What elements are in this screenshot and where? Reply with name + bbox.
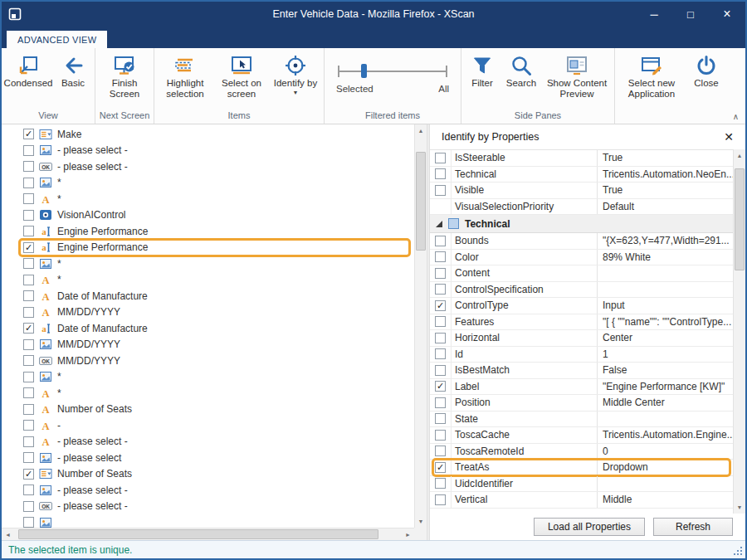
tree-item[interactable]: ✓Number of Seats — [2, 466, 414, 483]
tree-item[interactable]: ANumber of Seats — [2, 402, 414, 418]
property-checkbox[interactable] — [435, 153, 446, 163]
property-value[interactable]: Input — [598, 299, 733, 311]
property-row[interactable]: Content — [430, 265, 733, 282]
identify-by-button[interactable]: Identify by ▼ — [269, 50, 322, 110]
property-value[interactable]: Center — [598, 332, 733, 343]
scroll-thumb[interactable] — [18, 529, 378, 539]
tree-item[interactable]: * — [2, 256, 414, 272]
show-content-preview-button[interactable]: Show Content Preview — [541, 50, 613, 110]
property-value[interactable]: Dropdown — [598, 461, 733, 473]
item-checkbox[interactable] — [23, 193, 34, 204]
slider-handle[interactable] — [361, 64, 367, 78]
tree-item[interactable]: ✓aEngine Performance — [2, 240, 414, 256]
item-checkbox[interactable] — [23, 307, 34, 318]
close-panel-icon[interactable]: ✕ — [720, 129, 737, 145]
property-checkbox[interactable] — [435, 430, 446, 441]
property-row[interactable]: Bounds"{X=623,Y=477,Width=291... — [430, 233, 733, 250]
property-checkbox[interactable] — [435, 268, 446, 279]
property-value[interactable]: True — [598, 152, 733, 163]
item-checkbox[interactable]: ✓ — [23, 242, 34, 253]
scroll-down-icon[interactable]: ▼ — [734, 501, 745, 514]
condensed-button[interactable]: Condensed — [3, 50, 53, 110]
scroll-right-icon[interactable]: ► — [402, 528, 414, 540]
property-row[interactable]: PositionMiddle Center — [430, 395, 733, 411]
tree-item[interactable]: ✓aDate of Manufacture — [2, 320, 414, 337]
filtered-items-slider[interactable] — [336, 63, 449, 80]
item-checkbox[interactable]: ✓ — [23, 323, 34, 334]
search-button[interactable]: Search — [501, 50, 541, 110]
property-checkbox[interactable] — [435, 333, 446, 343]
maximize-button[interactable]: □ — [672, 2, 709, 27]
property-row[interactable]: Features"[ { ""name"": ""ControlType... — [430, 314, 733, 331]
tree-item[interactable]: * — [2, 369, 414, 386]
item-checkbox[interactable] — [23, 436, 34, 447]
scroll-left-icon[interactable]: ◄ — [2, 528, 14, 540]
tree-vertical-scrollbar[interactable]: ▲ ▼ — [414, 124, 427, 528]
tree-item[interactable]: A- please select - — [2, 434, 414, 450]
properties-vertical-scrollbar[interactable]: ▲ ▼ — [733, 149, 745, 514]
item-checkbox[interactable]: ✓ — [23, 129, 34, 139]
tree-item[interactable]: OK- please select - — [2, 499, 414, 515]
property-value[interactable]: "{X=623,Y=477,Width=291... — [598, 235, 733, 246]
tree-item[interactable]: - please select - — [2, 482, 414, 499]
item-checkbox[interactable] — [23, 387, 34, 398]
item-checkbox[interactable] — [23, 372, 34, 382]
property-checkbox[interactable] — [435, 397, 446, 408]
tree-item[interactable]: VisionAIControl — [2, 207, 414, 224]
property-value[interactable]: Middle — [598, 494, 733, 505]
load-all-properties-button[interactable]: Load all Properties — [534, 518, 645, 536]
tree-item[interactable]: * — [2, 175, 414, 192]
property-checkbox[interactable] — [435, 478, 446, 489]
tree-item[interactable]: A- — [2, 417, 414, 434]
minimize-button[interactable]: ─ — [636, 2, 672, 27]
property-checkbox[interactable] — [435, 348, 446, 359]
property-row[interactable]: Color89% White — [430, 250, 733, 266]
property-value[interactable]: Default — [598, 201, 733, 212]
tree-item[interactable]: A* — [2, 272, 414, 289]
property-row[interactable]: HorizontalCenter — [430, 330, 733, 347]
scroll-track[interactable] — [734, 162, 745, 501]
item-checkbox[interactable] — [23, 339, 34, 350]
property-checkbox[interactable] — [435, 168, 446, 179]
property-checkbox[interactable]: ✓ — [435, 462, 446, 473]
property-row[interactable]: ToscaCacheTricentis.Automation.Engine... — [430, 427, 733, 444]
property-checkbox[interactable] — [435, 284, 446, 295]
slider-track[interactable] — [338, 71, 447, 72]
item-checkbox[interactable] — [23, 420, 34, 431]
property-row[interactable]: ControlSpecification — [430, 282, 733, 299]
item-checkbox[interactable]: ✓ — [23, 469, 34, 480]
property-row[interactable]: UidcIdentifier — [430, 476, 733, 493]
tree-item[interactable]: MM/DD/YYYY — [2, 337, 414, 353]
tree-item[interactable]: AMM/DD/YYYY — [2, 304, 414, 321]
item-checkbox[interactable] — [23, 501, 34, 512]
scroll-track[interactable] — [14, 528, 402, 540]
tree-item[interactable]: ADate of Manufacture — [2, 288, 414, 304]
select-new-application-button[interactable]: Select new Application — [617, 50, 686, 110]
property-group-header[interactable]: Technical — [430, 215, 733, 233]
tree-item[interactable]: OKMM/DD/YYYY — [2, 353, 414, 369]
scroll-down-icon[interactable]: ▼ — [415, 515, 427, 528]
tree-horizontal-scrollbar[interactable]: ◄ ► — [2, 528, 414, 540]
property-checkbox[interactable]: ✓ — [435, 381, 446, 392]
property-value[interactable]: Tricentis.Automation.Engine... — [598, 429, 733, 441]
item-checkbox[interactable] — [23, 452, 34, 463]
tree-item[interactable]: - please select — [2, 450, 414, 466]
property-checkbox[interactable] — [435, 365, 446, 376]
item-checkbox[interactable] — [23, 517, 34, 528]
property-value[interactable]: False — [598, 364, 733, 376]
tree-item[interactable]: aEngine Performance — [2, 223, 414, 240]
property-row[interactable]: ✓TreatAsDropdown — [430, 460, 733, 476]
property-checkbox[interactable] — [435, 316, 446, 327]
property-value[interactable]: Middle Center — [598, 397, 733, 408]
item-checkbox[interactable] — [23, 145, 34, 156]
property-row[interactable]: VisibleTrue — [430, 183, 733, 199]
tree-item[interactable]: - please select - — [2, 143, 414, 159]
scroll-up-icon[interactable]: ▲ — [734, 149, 745, 162]
property-checkbox[interactable] — [435, 236, 446, 246]
select-on-screen-button[interactable]: Select on screen — [214, 50, 269, 110]
item-checkbox[interactable] — [23, 161, 34, 172]
filter-button[interactable]: Filter — [463, 50, 501, 110]
property-value[interactable]: 89% White — [598, 251, 733, 263]
highlight-selection-button[interactable]: Highlight selection — [156, 50, 214, 110]
tree-item[interactable]: OK- please select - — [2, 158, 414, 175]
